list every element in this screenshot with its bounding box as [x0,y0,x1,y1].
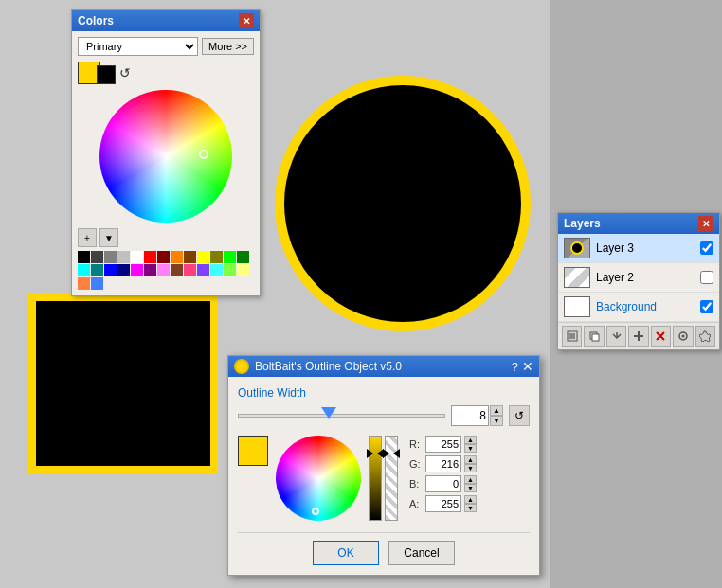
svg-rect-3 [592,334,599,341]
layers-properties-btn[interactable] [673,326,693,347]
a-spin-down[interactable]: ▼ [464,504,477,512]
layer-bg-name: Background [596,300,695,313]
gradient-bar-handle-left [367,449,373,458]
swatch-lightyellow[interactable] [237,264,249,276]
g-spin-up[interactable]: ▲ [464,455,477,464]
swatch-blue[interactable] [104,264,117,276]
b-spin: ▲ ▼ [464,475,477,492]
swatch-orange[interactable] [171,251,183,263]
swatch-red[interactable] [144,251,156,263]
svg-point-10 [681,335,684,338]
swatch-teal[interactable] [91,264,103,276]
swatch-gray[interactable] [104,251,117,263]
primary-select[interactable]: Primary [78,37,198,56]
outline-spin-up[interactable]: ▲ [490,405,503,416]
layers-titlebar: Layers ✕ [558,213,719,234]
swatch-navy[interactable] [117,264,130,276]
outline-value-input[interactable] [451,405,489,426]
layers-duplicate-btn[interactable] [584,326,604,347]
swatch-white[interactable] [131,251,143,263]
outline-color-swatch[interactable] [238,436,268,466]
g-label: G: [409,458,423,470]
swatch-hotpink[interactable] [184,264,196,276]
a-input[interactable] [425,495,461,512]
swatch-pink[interactable] [157,264,170,276]
r-input[interactable] [425,436,461,453]
layer-item-bg[interactable]: Background [558,293,719,322]
swatch-lime[interactable] [224,251,236,263]
layer-2-visibility[interactable] [700,271,713,284]
colors-close-button[interactable]: ✕ [239,13,254,28]
g-row: G: ▲ ▼ [409,455,477,472]
add-color-icon[interactable]: + [78,228,97,247]
swatch-magenta[interactable] [131,264,143,276]
secondary-color-swatch[interactable] [97,65,116,84]
outline-undo-button[interactable]: ↺ [509,405,530,426]
swatch-darkred[interactable] [157,251,170,263]
colors-top-row: Primary More >> [78,37,254,56]
layers-settings-btn[interactable] [695,326,715,347]
swatch-darkgray[interactable] [91,251,103,263]
swatch-chartreuse[interactable] [224,264,236,276]
swatch-purple[interactable] [144,264,156,276]
svg-rect-6 [638,331,640,341]
swatch-darkorange[interactable] [184,251,196,263]
a-spin: ▲ ▼ [464,495,477,512]
dialog-color-wheel-wrapper [276,436,361,521]
more-button[interactable]: More >> [202,38,254,55]
swatch-violet[interactable] [197,264,209,276]
dialog-color-wheel[interactable] [276,436,361,521]
b-label: B: [409,478,423,490]
r-spin-down[interactable]: ▼ [464,444,477,453]
swatch-green[interactable] [237,251,249,263]
layers-move-down-btn[interactable] [562,326,582,347]
layer-item-3[interactable]: Layer 3 [558,234,719,263]
layer-bg-thumbnail [564,296,590,317]
dialog-help-button[interactable]: ? [512,360,518,374]
gradient-bar-color[interactable] [369,436,382,521]
r-spin-up[interactable]: ▲ [464,436,477,444]
layers-close-button[interactable]: ✕ [698,216,713,231]
swatch-cornflower[interactable] [91,277,103,290]
layers-merge-btn[interactable] [606,326,626,347]
dialog-title-buttons: ? ✕ [512,359,533,374]
swap-colors-icon[interactable]: ↺ [119,65,131,80]
b-spin-up[interactable]: ▲ [464,475,477,484]
layer-bg-visibility[interactable] [700,300,713,313]
layers-add-btn[interactable] [628,326,648,347]
outline-spin-down[interactable]: ▼ [490,416,503,426]
swatch-coral[interactable] [78,277,90,290]
swatch-black[interactable] [78,251,90,263]
dialog-wheel-handle[interactable] [312,508,319,515]
color-wheel[interactable] [99,90,232,223]
swatch-darkyellow[interactable] [210,251,223,263]
layers-delete-btn[interactable] [651,326,671,347]
colors-panel: Colors ✕ Primary More >> ↺ + ▼ [71,9,261,296]
gradient-bar-alpha[interactable] [385,436,398,521]
outline-width-row: ▲ ▼ ↺ [238,405,530,426]
swatch-aqua[interactable] [210,264,223,276]
dialog-title-left: BoltBait's Outline Object v5.0 [234,359,402,374]
dialog-close-button[interactable]: ✕ [522,359,533,374]
g-spin-down[interactable]: ▼ [464,464,477,472]
swatch-silver[interactable] [117,251,130,263]
color-wheel-handle[interactable] [199,150,208,159]
swatch-yellow[interactable] [197,251,209,263]
outline-dialog-titlebar: BoltBait's Outline Object v5.0 ? ✕ [228,356,539,377]
layer-3-visibility[interactable] [700,241,713,255]
a-label: A: [409,498,423,509]
outline-width-slider[interactable] [238,414,445,418]
g-input[interactable] [425,455,461,472]
a-spin-up[interactable]: ▲ [464,495,477,504]
dropper-icon[interactable]: ▼ [99,228,118,247]
b-input[interactable] [425,475,461,492]
swatch-cyan[interactable] [78,264,90,276]
cancel-button[interactable]: Cancel [388,541,455,565]
b-spin-down[interactable]: ▼ [464,484,477,492]
ok-button[interactable]: OK [313,541,379,565]
r-spin: ▲ ▼ [464,436,477,453]
outline-spin-buttons: ▲ ▼ [490,405,503,426]
gradient-bars [369,436,398,521]
swatch-brown[interactable] [171,264,183,276]
layer-item-2[interactable]: Layer 2 [558,263,719,293]
